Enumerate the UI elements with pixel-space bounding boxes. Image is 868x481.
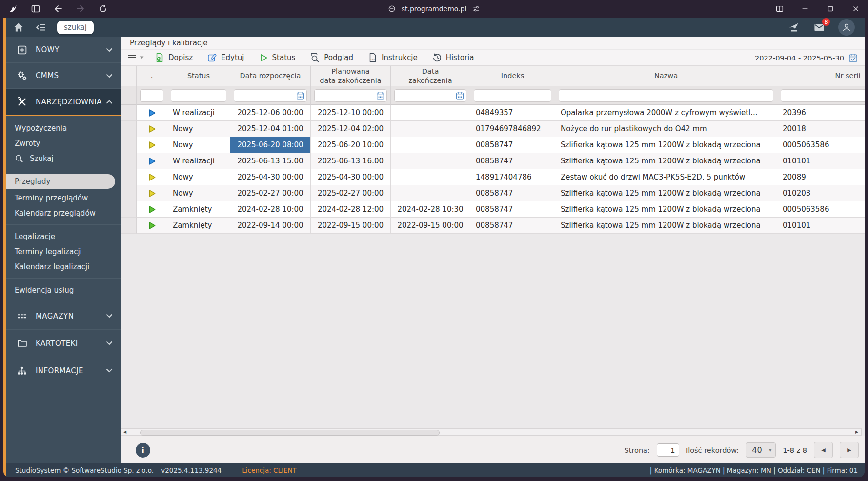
url-text[interactable]: st.programdemo.pl [402, 5, 467, 13]
cell-name[interactable]: Szlifierka kątowa 125 mm 1200W z blokadą… [555, 185, 777, 201]
sidebar-section-narzedziownia[interactable]: NARZĘDZIOWNIA [6, 89, 121, 116]
cell-status[interactable]: W realizacji [167, 105, 230, 121]
cell-planned_end[interactable]: 2025-06-13 16:00 [311, 153, 391, 169]
column-header-end[interactable]: Data zakończenia [391, 66, 470, 86]
cell-index[interactable]: 01794697846892 [470, 121, 555, 137]
cell-name[interactable]: Szlifierka kątowa 125 mm 1200W z blokadą… [555, 218, 777, 234]
cell-name[interactable]: Szlifierka kątowa 125 mm 1200W z blokadą… [555, 137, 777, 153]
cell-status[interactable]: Nowy [167, 185, 230, 201]
tune-icon[interactable] [472, 5, 480, 13]
row-play-cell[interactable] [137, 121, 167, 137]
cell-start[interactable]: 2025-04-30 00:00 [230, 169, 311, 185]
cell-index[interactable]: 00858747 [470, 185, 555, 201]
send-icon[interactable] [787, 21, 800, 34]
cell-start[interactable]: 2025-02-27 00:00 [230, 185, 311, 201]
cell-planned_end[interactable]: 2022-09-15 00:00 [311, 218, 391, 234]
page-input[interactable] [657, 443, 679, 457]
calendar-icon[interactable] [376, 91, 384, 100]
cell-planned_end[interactable]: 2025-06-20 10:00 [311, 137, 391, 153]
sidebar-item-wypożyczenia[interactable]: Wypożyczenia [6, 120, 121, 136]
cell-status[interactable]: Zamknięty [167, 201, 230, 218]
filter-input-serial[interactable] [781, 89, 865, 102]
cell-index[interactable]: 00858747 [470, 218, 555, 234]
sidebar-toggle-icon[interactable] [30, 3, 41, 14]
row-play-cell[interactable] [137, 201, 167, 218]
cell-index[interactable]: 00858747 [470, 137, 555, 153]
cell-serial[interactable]: 010101 [777, 218, 865, 234]
cell-index[interactable]: 00858747 [470, 201, 555, 218]
row-play-cell[interactable] [137, 185, 167, 201]
history-button[interactable]: Historia [432, 53, 474, 62]
sidebar-section-magazyn[interactable]: MAGAZYN [6, 302, 121, 329]
cell-planned_end[interactable]: 2025-12-04 02:00 [311, 121, 391, 137]
cell-end[interactable] [391, 169, 470, 185]
back-icon[interactable] [53, 3, 63, 14]
column-header-icon[interactable]: . [137, 66, 167, 86]
prev-page-button[interactable]: ◀ [814, 442, 833, 458]
status-button[interactable]: Status [259, 53, 296, 62]
column-header-serial[interactable]: Nr serii [777, 66, 865, 86]
sidebar-item-legalizacje[interactable]: Legalizacje [6, 229, 121, 244]
sidebar-section-nowy[interactable]: NOWY [6, 37, 121, 63]
cell-name[interactable]: Nożyce do rur plastikowych do O42 mm [555, 121, 777, 137]
preview-button[interactable]: Podgląd [310, 53, 353, 62]
forward-icon[interactable] [75, 3, 86, 14]
grid-menu-button[interactable] [128, 54, 144, 61]
site-info-icon[interactable] [388, 5, 396, 13]
column-header-start[interactable]: Data rozpoczęcia [230, 66, 311, 86]
cell-start[interactable]: 2024-02-28 10:00 [230, 201, 311, 218]
filter-input-play[interactable] [140, 89, 163, 102]
row-play-cell[interactable] [137, 218, 167, 234]
cell-serial[interactable]: 20018 [777, 121, 865, 137]
scrollbar-thumb[interactable] [140, 430, 440, 436]
scroll-right-icon[interactable]: ▶ [853, 429, 860, 435]
cell-status[interactable]: Nowy [167, 169, 230, 185]
minimize-icon[interactable] [800, 3, 810, 14]
row-play-cell[interactable] [137, 137, 167, 153]
sidebar-item-zwroty[interactable]: Zwroty [6, 136, 121, 151]
cell-serial[interactable]: 0005063586 [777, 137, 865, 153]
sidebar-item-kalendarz-przeglądów[interactable]: Kalendarz przeglądów [6, 205, 121, 220]
row-play-cell[interactable] [137, 153, 167, 169]
home-icon[interactable] [12, 21, 25, 34]
calendar-icon[interactable] [296, 91, 304, 100]
column-header-status[interactable]: Status [167, 66, 230, 86]
row-selector-cell[interactable] [121, 105, 137, 121]
cell-start[interactable]: 2025-12-04 01:00 [230, 121, 311, 137]
cell-name[interactable]: Zestaw okuć do drzwi MAC3-PK5S-E2D, 5 pu… [555, 169, 777, 185]
row-selector-cell[interactable] [121, 218, 137, 234]
scroll-left-icon[interactable]: ◀ [121, 429, 128, 435]
cell-start[interactable]: 2025-12-06 00:00 [230, 105, 311, 121]
sidebar-section-kartoteki[interactable]: KARTOTEKI [6, 329, 121, 357]
add-button[interactable]: Dopisz [155, 53, 193, 62]
cell-name[interactable]: Opalarka przemysłowa 2000W z cyfrowym wy… [555, 105, 777, 121]
sidebar-item-szukaj[interactable]: Szukaj [6, 151, 121, 166]
filter-input-name[interactable] [559, 89, 773, 102]
cell-index[interactable]: 148917404786 [470, 169, 555, 185]
cell-index[interactable]: 04849357 [470, 105, 555, 121]
url-bar[interactable]: st.programdemo.pl [388, 0, 481, 18]
user-avatar[interactable] [838, 19, 855, 36]
reload-icon[interactable] [98, 3, 108, 14]
cell-planned_end[interactable]: 2024-02-28 12:00 [311, 201, 391, 218]
info-icon[interactable]: i [136, 443, 150, 458]
cell-status[interactable]: W realizacji [167, 153, 230, 169]
cell-serial[interactable]: 010203 [777, 185, 865, 201]
cell-status[interactable]: Nowy [167, 121, 230, 137]
close-icon[interactable] [850, 3, 861, 14]
cell-end[interactable] [391, 185, 470, 201]
cell-start[interactable]: 2025-06-20 08:00 [230, 137, 311, 153]
cell-serial[interactable]: 20396 [777, 105, 865, 121]
collapse-menu-icon[interactable] [35, 21, 47, 34]
cell-name[interactable]: Szlifierka kątowa 125 mm 1200W z blokadą… [555, 201, 777, 218]
cell-planned_end[interactable]: 2025-04-30 00:00 [311, 169, 391, 185]
row-selector-cell[interactable] [121, 137, 137, 153]
sidebar-section-cmms[interactable]: CMMS [6, 63, 121, 89]
filter-input-status[interactable] [171, 89, 226, 102]
cell-end[interactable]: 2024-02-28 10:30 [391, 201, 470, 218]
cell-status[interactable]: Zamknięty [167, 218, 230, 234]
row-play-cell[interactable] [137, 169, 167, 185]
next-page-button[interactable]: ▶ [840, 442, 859, 458]
cell-start[interactable]: 2022-09-14 00:00 [230, 218, 311, 234]
row-selector-cell[interactable] [121, 153, 137, 169]
